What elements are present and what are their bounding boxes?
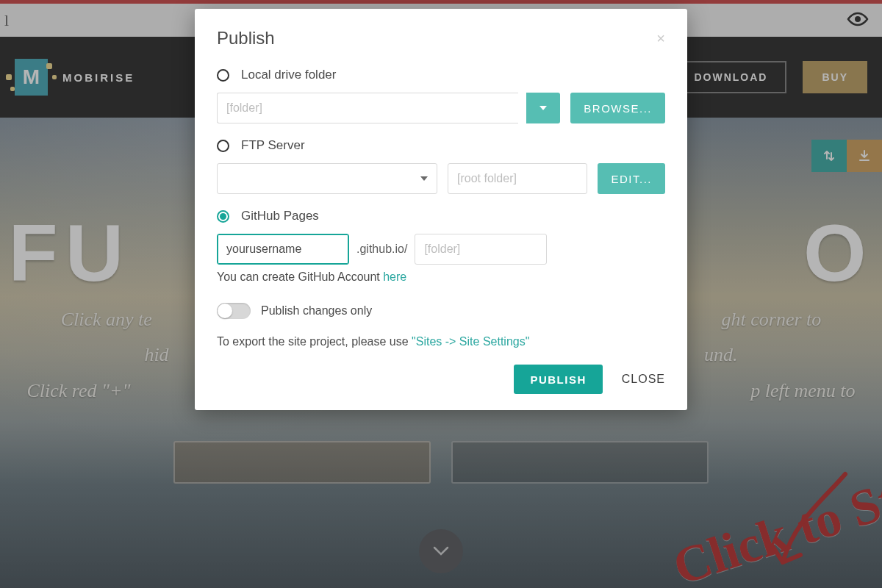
ftp-root-folder-input[interactable]: [root folder] <box>448 163 587 194</box>
option-ftp: FTP Server [root folder] EDIT... <box>217 138 665 194</box>
github-domain-separator: .github.io/ <box>356 243 407 256</box>
edit-ftp-button[interactable]: EDIT... <box>598 163 665 194</box>
modal-footer: PUBLISH CLOSE <box>217 365 665 394</box>
option-local-drive: Local drive folder [folder] BROWSE... <box>217 68 665 123</box>
radio-local-drive[interactable] <box>217 69 229 82</box>
ftp-server-select[interactable] <box>217 163 437 194</box>
browse-button[interactable]: BROWSE... <box>570 93 665 123</box>
publish-button[interactable]: PUBLISH <box>514 365 602 394</box>
export-note: To export the site project, please use S… <box>217 335 665 348</box>
publish-changes-only-label: Publish changes only <box>261 304 372 318</box>
local-folder-input[interactable]: [folder] <box>217 93 518 123</box>
modal-close-x-icon[interactable]: × <box>656 31 665 46</box>
option-github-pages: GitHub Pages .github.io/ You can create … <box>217 209 665 284</box>
github-username-input[interactable] <box>217 234 349 265</box>
publish-changes-toggle-row: Publish changes only <box>217 303 665 319</box>
label-local-drive: Local drive folder <box>241 68 336 82</box>
publish-changes-only-toggle[interactable] <box>217 303 251 319</box>
label-github-pages: GitHub Pages <box>241 209 319 223</box>
github-account-hint: You can create GitHub Account here <box>217 270 665 284</box>
chevron-down-icon <box>420 176 428 181</box>
publish-modal: Publish × Local drive folder [folder] BR… <box>195 9 687 410</box>
create-github-account-link[interactable]: here <box>383 270 406 283</box>
sites-site-settings-link[interactable]: Sites -> Site Settings <box>412 335 529 348</box>
radio-ftp[interactable] <box>217 140 229 152</box>
github-folder-input[interactable] <box>415 234 547 265</box>
radio-github-pages[interactable] <box>217 210 229 223</box>
modal-title: Publish <box>217 28 275 49</box>
close-button[interactable]: CLOSE <box>622 373 665 386</box>
label-ftp: FTP Server <box>241 138 305 153</box>
local-folder-dropdown-button[interactable] <box>526 93 560 123</box>
